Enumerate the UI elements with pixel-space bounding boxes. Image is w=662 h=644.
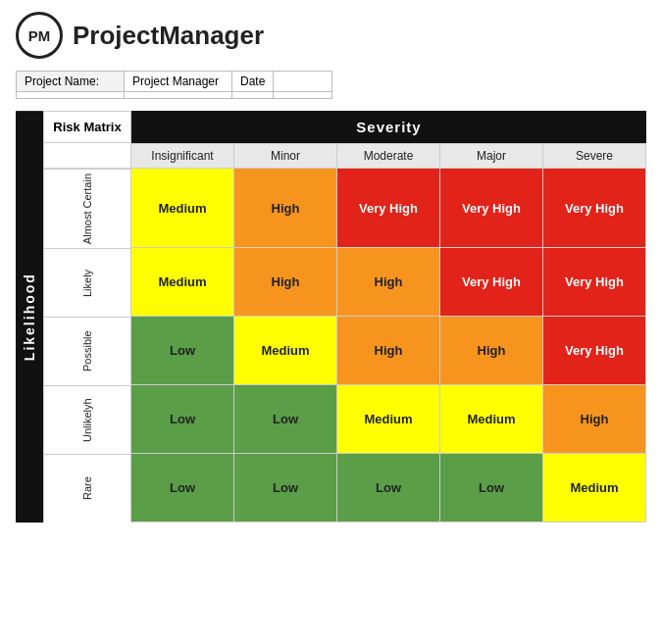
project-name-value2: [17, 92, 125, 99]
app-title: ProjectManager: [73, 21, 264, 51]
matrix-cell-0-2: Very High: [337, 169, 440, 248]
risk-matrix-wrapper: Likelihood Risk Matrix Severity Insignif…: [16, 111, 646, 522]
col-header-4: Severe: [543, 143, 646, 169]
matrix-cell-0-3: Very High: [440, 169, 543, 248]
matrix-row: RareLowLowLowLowMedium: [43, 454, 646, 522]
matrix-cell-1-3: Very High: [440, 248, 543, 317]
matrix-cell-4-4: Medium: [543, 454, 646, 522]
matrix-cell-2-4: Very High: [543, 317, 646, 385]
matrix-cell-3-2: Medium: [337, 385, 440, 454]
matrix-row: UnlikelyhLowLowMediumMediumHigh: [43, 385, 646, 454]
matrix-row: Almost CertainMediumHighVery HighVery Hi…: [43, 169, 646, 248]
matrix-cell-4-0: Low: [131, 454, 234, 522]
col-header-1: Minor: [234, 143, 337, 169]
matrix-cell-3-4: High: [543, 385, 646, 454]
matrix-cell-3-0: Low: [131, 385, 234, 454]
matrix-cell-4-2: Low: [337, 454, 440, 522]
matrix-cell-1-1: High: [234, 248, 337, 317]
matrix-cell-2-2: High: [337, 317, 440, 385]
project-name-label: Project Name:: [17, 72, 125, 92]
matrix-cell-0-4: Very High: [543, 169, 646, 248]
project-manager-value: [125, 92, 232, 99]
matrix-inner: Risk Matrix Severity InsignificantMinorM…: [43, 111, 646, 522]
matrix-cell-3-3: Medium: [440, 385, 543, 454]
date-label2: [232, 92, 274, 99]
matrix-cell-1-4: Very High: [543, 248, 646, 317]
project-info-table: Project Name: Project Manager Date: [16, 71, 332, 99]
matrix-cell-1-2: High: [337, 248, 440, 317]
app-header: PM ProjectManager: [0, 0, 662, 67]
col-header-0: Insignificant: [131, 143, 234, 169]
matrix-cell-3-1: Low: [234, 385, 337, 454]
matrix-row: LikelyMediumHighHighVery HighVery High: [43, 248, 646, 317]
col-header-2: Moderate: [337, 143, 440, 169]
row-label-4: Rare: [43, 454, 131, 522]
row-label-3: Unlikelyh: [43, 385, 131, 454]
col-headers-row: InsignificantMinorModerateMajorSevere: [43, 143, 646, 169]
matrix-row: PossibleLowMediumHighHighVery High: [43, 317, 646, 385]
date-value2: [274, 92, 332, 99]
row-label-2: Possible: [43, 317, 131, 385]
matrix-cell-2-0: Low: [131, 317, 234, 385]
date-value: [274, 72, 332, 92]
likelihood-label: Likelihood: [16, 111, 43, 522]
project-name-value: Project Manager: [125, 72, 232, 92]
col-header-3: Major: [440, 143, 543, 169]
row-label-spacer: [43, 143, 131, 169]
row-label-0: Almost Certain: [43, 169, 131, 248]
matrix-cell-1-0: Medium: [131, 248, 234, 317]
matrix-cell-0-1: High: [234, 169, 337, 248]
matrix-cell-2-3: High: [440, 317, 543, 385]
date-label: Date: [232, 72, 274, 92]
matrix-cell-4-3: Low: [440, 454, 543, 522]
row-label-1: Likely: [43, 248, 131, 317]
matrix-cell-2-1: Medium: [234, 317, 337, 385]
severity-header: Severity: [131, 111, 646, 143]
severity-header-row: Risk Matrix Severity: [43, 111, 646, 143]
matrix-cell-4-1: Low: [234, 454, 337, 522]
matrix-body: Almost CertainMediumHighVery HighVery Hi…: [43, 169, 646, 522]
app-logo: PM: [16, 12, 63, 59]
risk-matrix-label: Risk Matrix: [43, 111, 131, 143]
matrix-cell-0-0: Medium: [131, 169, 234, 248]
